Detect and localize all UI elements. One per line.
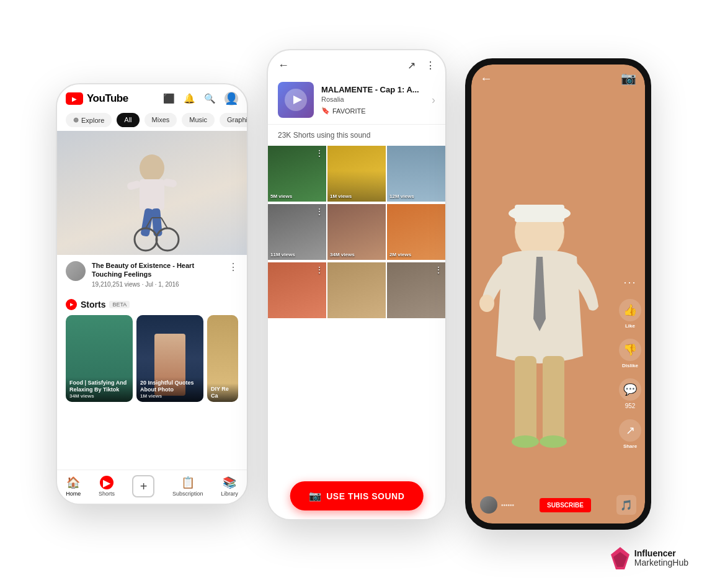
svg-rect-17 [543,356,564,443]
grid-item-views-5: 34M views [330,252,355,257]
grid-item-views-3: 12M views [389,194,414,199]
sound-grid-item-2[interactable]: 1M views [327,146,386,202]
tiktok-camera-icon[interactable]: 📷 [621,71,636,86]
watermark-logo-icon [611,547,629,569]
svg-rect-15 [515,205,564,222]
video-thumbnail[interactable] [57,131,247,255]
video-meta: The Beauty of Existence - Heart Touching… [92,261,222,288]
back-arrow-icon[interactable]: ← [278,59,289,72]
account-icon[interactable]: 👤 [225,92,238,105]
share-icon[interactable]: ↗ [407,60,416,71]
youtube-logo-icon [66,92,83,105]
cast-icon[interactable]: ⬛ [163,93,175,104]
sound-info: MALAMENTE - Cap 1: A... Rosalia 🔖 FAVORI… [268,78,445,125]
search-icon[interactable]: 🔍 [204,93,216,104]
category-graphic[interactable]: Graphic [220,113,247,127]
svg-rect-16 [515,356,536,443]
grid-item-dots-7[interactable]: ⋮ [315,265,324,275]
short-card-2[interactable]: 20 Insightful Quotes About Photo 1M view… [136,315,203,402]
grid-item-dots-9[interactable]: ⋮ [434,265,443,275]
chevron-right-icon[interactable]: › [432,94,435,107]
sound-grid-item-3[interactable]: 12M views [387,146,445,202]
sound-grid-item-1[interactable]: ⋮ 5M views [268,146,326,202]
nav-library-label: Library [221,491,238,497]
tiktok-user-info: •••••• [480,496,514,514]
subscription-icon: 📋 [181,476,195,489]
like-icon[interactable]: 👍 [619,299,641,321]
like-label: Like [625,323,635,329]
tiktok-back-icon[interactable]: ← [480,71,492,86]
sound-grid-item-4[interactable]: ⋮ 11M views [268,204,326,260]
category-all[interactable]: All [117,113,139,127]
sound-grid-item-7[interactable]: ⋮ [268,262,326,318]
sound-grid-item-8[interactable] [327,262,386,318]
sound-favorite[interactable]: 🔖 FAVORITE [321,107,424,115]
sound-grid-item-9[interactable]: ⋮ [387,262,445,318]
camera-icon: 📷 [309,490,322,502]
sound-grid-item-5[interactable]: 34M views [327,204,386,260]
short-label-3: DIY Re Ca [207,383,238,402]
nav-shorts-label: Shorts [99,491,115,497]
svg-point-18 [512,435,539,448]
dislike-icon[interactable]: 👎 [619,339,641,361]
sound-header-actions: ↗ ⋮ [407,60,435,71]
tiktok-like-action[interactable]: 👍 Like [619,299,641,329]
youtube-logo-text: YouTube [87,92,128,105]
category-music[interactable]: Music [182,113,215,127]
shorts-icon [66,299,77,310]
video-info: The Beauty of Existence - Heart Touching… [57,255,247,294]
short-label-2: 20 Insightful Quotes About Photo 1M view… [136,377,203,401]
options-dots-icon[interactable]: ··· [623,276,636,289]
nav-shorts[interactable]: ▶ Shorts [99,476,115,497]
sound-artist: Rosalia [321,96,424,103]
bottom-navigation: 🏠 Home ▶ Shorts + 📋 Subscription 📚 Libra… [57,470,247,504]
grid-item-views-1: 5M views [270,194,292,199]
shorts-header: Storts BETA [66,299,238,310]
grid-item-dots-4[interactable]: ⋮ [315,207,324,216]
tiktok-share-action[interactable]: ↗ Share [619,419,641,449]
category-mixes[interactable]: Mixes [145,113,177,127]
sound-grid-item-6[interactable]: 2M views [387,204,445,260]
bell-icon[interactable]: 🔔 [184,93,195,104]
share-arrow-icon[interactable]: ↗ [619,419,641,442]
nav-library[interactable]: 📚 Library [221,476,238,497]
more-options-icon[interactable]: ⋮ [425,60,435,71]
create-icon[interactable]: + [132,475,154,497]
bookmark-icon: 🔖 [321,107,330,115]
video-options-button[interactable]: ⋮ [228,261,238,273]
grid-item-views-2: 1M views [330,194,352,199]
svg-rect-3 [162,178,177,188]
tiktok-screen: ← 📷 [471,65,645,523]
comment-icon[interactable]: 💬 [619,378,641,401]
use-this-sound-button[interactable]: 📷 USE THIS SOUND [290,481,424,510]
short-card-3[interactable]: DIY Re Ca [207,315,238,402]
nav-home[interactable]: 🏠 Home [66,476,81,497]
shorts-title: Storts [81,300,105,310]
short-label-1: Food | Satisfying And Relaxing By Tiktok… [66,377,133,401]
dislike-label: Dislike [622,363,638,368]
grid-item-dots-1[interactable]: ⋮ [315,148,324,158]
tiktok-dislike-action[interactable]: 👎 Dislike [619,339,641,368]
shorts-row: Food | Satisfying And Relaxing By Tiktok… [66,315,238,402]
phone-sound: ← ↗ ⋮ MALAMENTE - Cap 1: A... Rosa [267,49,447,520]
video-title: The Beauty of Existence - Heart Touching… [92,261,222,279]
tiktok-comment-action[interactable]: 💬 952 [619,378,641,409]
library-icon: 📚 [223,476,236,489]
category-explore[interactable]: ⊕ Explore [66,113,112,127]
short-card-1[interactable]: Food | Satisfying And Relaxing By Tiktok… [66,315,133,402]
shorts-section: Storts BETA Food | Satisfying And Relaxi… [57,294,247,404]
tiktok-username: •••••• [501,502,514,509]
tiktok-bottom-bar: •••••• SUBSCRIBE 🎵 [471,489,645,523]
grid-item-views-6: 2M views [389,252,411,257]
shorts-nav-icon: ▶ [100,476,113,489]
shorts-beta-badge: BETA [109,301,130,308]
subscribe-button[interactable]: SUBSCRIBE [540,498,591,512]
nav-subscription[interactable]: 📋 Subscription [172,476,203,497]
share-label: Share [623,443,637,449]
svg-point-19 [540,435,567,448]
tiktok-music-icon[interactable]: 🎵 [616,495,636,515]
svg-rect-5 [151,208,162,236]
youtube-logo: YouTube [66,92,128,105]
nav-create[interactable]: + [132,475,154,497]
svg-rect-1 [140,179,164,210]
